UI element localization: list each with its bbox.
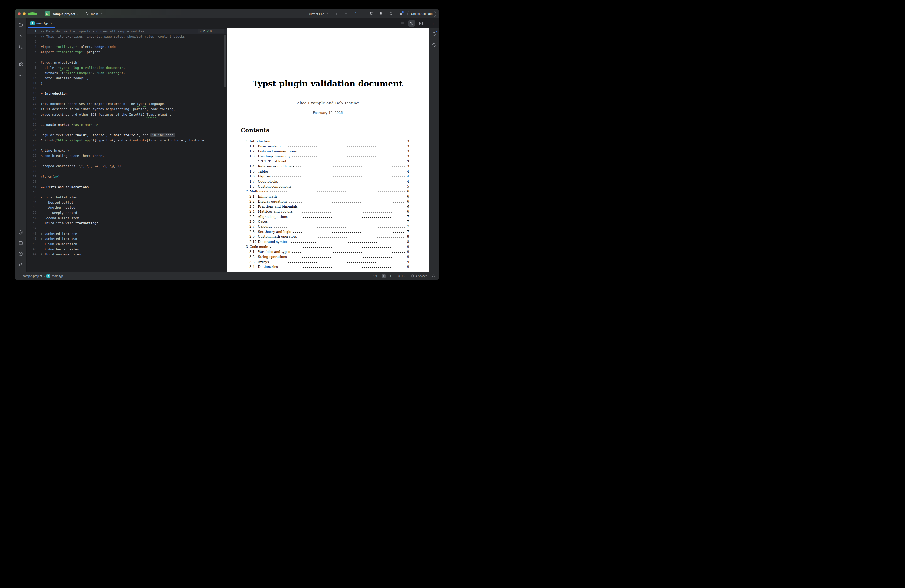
unlock-ultimate-button[interactable]: Unlock Ultimate [408, 11, 436, 17]
toc-entry[interactable]: 1.7Code blocks4 [246, 180, 409, 185]
code-line[interactable]: 23 [27, 143, 227, 148]
commit-icon[interactable] [17, 33, 24, 40]
toc-entry[interactable]: 3.2String operations9 [246, 255, 409, 260]
terminal-icon[interactable] [17, 240, 24, 247]
zoom-window-button[interactable] [27, 12, 37, 15]
more-actions-button[interactable]: ⋮ [352, 11, 359, 17]
code-line[interactable]: 36 - Deeply nested [27, 210, 227, 216]
code-line[interactable]: 10 date: datetime.today(), [27, 76, 227, 81]
toc-entry[interactable]: 1.6Figures4 [246, 174, 409, 179]
code-line[interactable]: 9 authors: ("Alice Example", "Bob Testin… [27, 70, 227, 76]
code-line[interactable]: 6 [27, 55, 227, 60]
code-line[interactable]: 5#import "template.typ": project [27, 49, 227, 55]
tab-main-typ[interactable]: t main.typ × [27, 19, 55, 28]
code-line[interactable]: 1// Main document — imports and uses all… [27, 29, 227, 34]
code-line[interactable]: 7#show: project.with( [27, 60, 227, 65]
code-line[interactable]: 20 [27, 127, 227, 133]
line-ending-selector[interactable]: LF [390, 274, 394, 278]
toc-entry[interactable]: 2.1Inline math6 [246, 195, 409, 200]
toc-entry[interactable]: 2Math mode6 [246, 190, 409, 195]
code-line[interactable]: 16It is designed to validate syntax high… [27, 106, 227, 112]
indent-selector[interactable]: 4 spaces [411, 274, 427, 278]
code-line[interactable]: 31== Lists and enumerations [27, 184, 227, 190]
code-line[interactable]: 3 [27, 39, 227, 44]
toc-entry[interactable]: 2.2Display equations6 [246, 200, 409, 204]
ai-assistant-icon[interactable] [368, 11, 375, 17]
toc-entry[interactable]: 2.3Fractions and binomials6 [246, 205, 409, 210]
toc-entry[interactable]: 1.5Tables4 [246, 170, 409, 174]
code-line[interactable]: 37- Second bullet item [27, 216, 227, 220]
toc-entry[interactable]: 3.4Dictionaries9 [246, 265, 409, 270]
code-line[interactable]: 8 title: "Typst plugin validation docume… [27, 65, 227, 70]
code-line[interactable]: 14 [27, 96, 227, 101]
encoding-selector[interactable]: UTF-8 [398, 274, 406, 278]
unlock-file-icon[interactable] [432, 274, 435, 278]
toc-entry[interactable]: 2.5Aligned equations7 [246, 215, 409, 220]
toc-entry[interactable]: 1.8Custom components5 [246, 185, 409, 190]
split-preview-icon[interactable] [408, 20, 415, 27]
breadcrumb-project[interactable]: sample-project [23, 274, 42, 278]
toc-entry[interactable]: 2.6Cases7 [246, 220, 409, 225]
pull-requests-icon[interactable] [17, 44, 24, 51]
structure-icon[interactable] [17, 61, 24, 68]
toc-entry[interactable]: 3.3Arrays9 [246, 260, 409, 265]
code-line[interactable]: 19== Basic markup <basic-markup> [27, 122, 227, 127]
code-line[interactable]: 4#import "utils.typ": alert, badge, todo [27, 44, 227, 49]
notifications-bell-icon[interactable] [430, 31, 438, 38]
code-editor[interactable]: 1// Main document — imports and uses all… [27, 28, 227, 272]
previous-problem-icon[interactable] [214, 30, 217, 32]
caret-position[interactable]: 1:1 [373, 274, 377, 278]
code-line[interactable]: 27Escaped characters: \*, \_, \#, \$, \@… [27, 163, 227, 169]
code-line[interactable]: 15This document exercises the major feat… [27, 101, 227, 106]
code-line[interactable]: 34 - Nested bullet [27, 200, 227, 205]
run-configuration-selector[interactable]: Current File [308, 12, 330, 16]
run-button[interactable] [333, 11, 339, 17]
run-tool-window-icon[interactable] [17, 229, 24, 236]
toc-entry[interactable]: 3.1Variables and types9 [246, 250, 409, 255]
add-user-icon[interactable] [378, 11, 384, 17]
code-line[interactable]: 17brace matching, and other IDE features… [27, 112, 227, 117]
code-line[interactable]: 35 - Another nested [27, 205, 227, 210]
project-folder-icon[interactable] [17, 21, 24, 28]
inspections-widget[interactable]: ⚠ 2 ✔ 3 [198, 29, 224, 33]
vcs-widget[interactable]: main [85, 11, 103, 17]
code-line[interactable]: 18 [27, 117, 227, 122]
breadcrumb-file[interactable]: main.typ [52, 274, 63, 278]
code-line[interactable]: 21Regular text with *bold*, _italic_, *_… [27, 133, 227, 138]
problems-icon[interactable] [17, 250, 24, 257]
code-line[interactable]: 2// This file exercises: imports, page s… [27, 34, 227, 39]
toc-entry[interactable]: 1.3.1Third level3 [246, 160, 409, 165]
minimize-window-button[interactable] [23, 12, 25, 15]
code-line[interactable]: 33- First bullet item [27, 195, 227, 200]
code-line[interactable]: 25A non-breaking space: here~there. [27, 153, 227, 158]
settings-gear-icon[interactable] [398, 11, 404, 17]
code-line[interactable]: 41+ Numbered item two [27, 236, 227, 241]
search-icon[interactable] [388, 11, 394, 17]
code-line[interactable]: 24A line break: \ [27, 148, 227, 153]
toc-entry[interactable]: 2.7Calculus7 [246, 225, 409, 230]
project-widget[interactable]: sample-project [52, 12, 80, 16]
typst-preview-pane[interactable]: Typst plugin validation document Alice E… [227, 28, 429, 272]
editor-scrollbar[interactable] [224, 35, 226, 87]
code-line[interactable]: 11) [27, 81, 227, 86]
toc-entry[interactable]: 1.2Lists and enumerations3 [246, 149, 409, 154]
file-type-chip[interactable]: t [382, 274, 386, 278]
code-line[interactable]: 22A #link("https://typst.app")[hyperlink… [27, 138, 227, 143]
toc-entry[interactable]: 2.9Custom math operators8 [246, 235, 409, 240]
toc-entry[interactable]: 2.4Matrices and vectors6 [246, 210, 409, 215]
toc-entry[interactable]: 2.8Set theory and logic7 [246, 230, 409, 235]
code-line[interactable]: 12 [27, 86, 227, 91]
code-line[interactable]: 38- Third item with *formatting* [27, 220, 227, 226]
code-line[interactable]: 39 [27, 226, 227, 231]
close-tab-icon[interactable]: × [50, 21, 52, 25]
code-line[interactable]: 42 + Sub-enumeration [27, 241, 227, 247]
source-view-icon[interactable] [399, 20, 406, 27]
code-line[interactable]: 29#lorem(30) [27, 174, 227, 179]
debug-button[interactable] [343, 11, 349, 17]
code-line[interactable]: 26 [27, 158, 227, 163]
toc-entry[interactable]: 2.10Decorated symbols8 [246, 240, 409, 245]
toc-entry[interactable]: 1.4References and labels3 [246, 165, 409, 170]
code-line[interactable]: 28 [27, 169, 227, 174]
code-line[interactable]: 44+ Third numbered item [27, 252, 227, 257]
code-line[interactable]: 30 [27, 179, 227, 184]
